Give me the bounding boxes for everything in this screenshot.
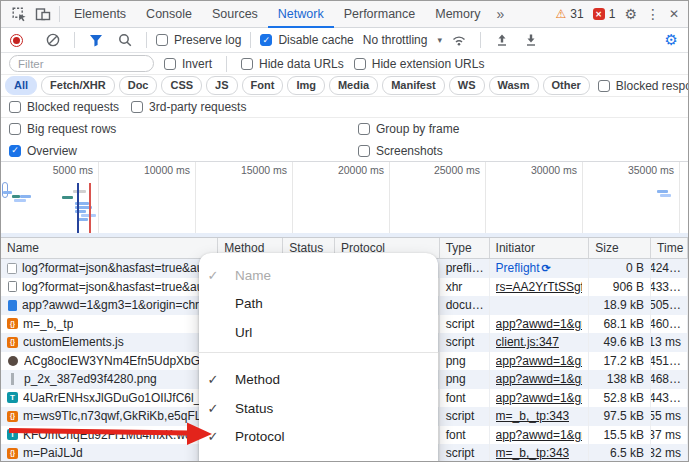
type-filter-wasm[interactable]: Wasm (489, 76, 539, 94)
blocked-requests-checkbox[interactable]: Blocked requests (9, 100, 119, 114)
import-har-icon[interactable] (490, 29, 514, 51)
type-filter-img[interactable]: Img (287, 76, 325, 94)
checkbox-box[interactable] (358, 145, 370, 157)
menu-item-status[interactable]: ✓Status (199, 394, 438, 423)
checkbox-box[interactable] (358, 123, 370, 135)
tab-sources[interactable]: Sources (202, 1, 268, 28)
timeline-gridline (485, 162, 486, 237)
request-name: customElements.js (23, 335, 124, 349)
column-header-name[interactable]: Name (1, 238, 218, 258)
checkbox-box[interactable] (354, 58, 366, 70)
initiator-link[interactable]: m=_b,_tp:343 (496, 409, 570, 423)
tab-network[interactable]: Network (268, 1, 334, 28)
network-overview-timeline[interactable]: 5000 ms10000 ms15000 ms20000 ms25000 ms3… (1, 161, 688, 238)
blocked-response-cookies-checkbox[interactable]: Blocked response cookies (598, 79, 689, 93)
time-cell: 424… (651, 259, 688, 278)
type-filter-media[interactable]: Media (329, 76, 378, 94)
menu-item-scheme[interactable]: Scheme (199, 451, 438, 462)
throttling-select[interactable]: No throttling ▾ (363, 33, 442, 47)
checkbox-box[interactable]: ✓ (9, 145, 21, 157)
network-conditions-icon[interactable] (447, 29, 471, 51)
preflight-link[interactable]: Preflight⟳ (496, 261, 551, 275)
column-header-type[interactable]: Type (440, 238, 490, 258)
initiator-link[interactable]: app?awwd=1&gm3= (496, 372, 583, 386)
overview-checkbox[interactable]: ✓Overview (9, 144, 77, 158)
column-header-initiator[interactable]: Initiator (490, 238, 590, 258)
column-header-time[interactable]: Time (651, 238, 688, 258)
checkbox-box[interactable] (156, 34, 168, 46)
checkbox-label: Preserve log (174, 33, 241, 47)
close-icon[interactable]: ✕ (669, 8, 679, 20)
size-cell: 97.5 kB (589, 407, 651, 426)
device-toolbar-icon[interactable] (31, 3, 55, 25)
checkbox-box[interactable] (9, 101, 21, 113)
checkbox-box[interactable]: ✓ (260, 34, 272, 46)
initiator-link[interactable]: app?awwd=1&gm3= (496, 317, 583, 331)
type-filter-js[interactable]: JS (206, 76, 237, 94)
search-icon[interactable] (113, 29, 137, 51)
checkbox-label: Screenshots (376, 144, 443, 158)
menu-item-url[interactable]: Url (199, 318, 438, 347)
hide-extension-urls-checkbox[interactable]: Hide extension URLs (354, 57, 485, 71)
type-filter-css[interactable]: CSS (161, 76, 202, 94)
file-doc-icon (8, 281, 17, 292)
menu-item-method[interactable]: ✓Method (199, 366, 438, 395)
checkbox-label: Overview (27, 144, 77, 158)
initiator-cell: Preflight⟳ (490, 259, 590, 278)
console-errors-badge[interactable]: ✕ 1 (593, 7, 616, 21)
type-filter-ws[interactable]: WS (449, 76, 485, 94)
disable-cache-checkbox[interactable]: ✓Disable cache (260, 33, 353, 47)
initiator-link[interactable]: rs=AA2YrTtSSgfwX (496, 280, 583, 294)
request-name-cell: {}m=PaiJLJd (1, 444, 218, 462)
column-header-size[interactable]: Size (589, 238, 651, 258)
tab-memory[interactable]: Memory (425, 1, 490, 28)
tab-elements[interactable]: Elements (64, 1, 136, 28)
hide-data-urls-checkbox[interactable]: Hide data URLs (241, 57, 344, 71)
checkbox-box[interactable] (164, 58, 176, 70)
checkbox-box[interactable] (598, 80, 610, 92)
checkbox-label: Blocked requests (27, 100, 119, 114)
type-filter-manifest[interactable]: Manifest (382, 76, 445, 94)
invert-checkbox[interactable]: Invert (164, 57, 212, 71)
more-tabs-icon[interactable]: » (490, 6, 510, 22)
checkbox-label: Blocked response cookies (616, 79, 689, 93)
export-har-icon[interactable] (519, 29, 543, 51)
menu-item-protocol[interactable]: ✓Protocol (199, 423, 438, 452)
clear-network-log-icon[interactable] (41, 29, 65, 51)
checkbox-box[interactable] (9, 123, 21, 135)
kebab-menu-icon[interactable]: ⋮ (646, 7, 660, 21)
initiator-link[interactable]: client.js:347 (496, 335, 559, 349)
checkbox-box[interactable] (131, 101, 143, 113)
type-filter-doc[interactable]: Doc (119, 76, 158, 94)
type-filter-other[interactable]: Other (543, 76, 590, 94)
domcontentloaded-marker (77, 183, 79, 234)
size-cell: 15.5 kB (589, 426, 651, 445)
tab-performance[interactable]: Performance (334, 1, 426, 28)
third-party-requests-checkbox[interactable]: 3rd-party requests (131, 100, 246, 114)
initiator-link[interactable]: app?awwd=1&gm3= (496, 428, 583, 442)
group-by-frame-checkbox[interactable]: Group by frame (358, 122, 459, 136)
settings-gear-icon[interactable]: ⚙ (624, 7, 637, 21)
inspect-element-icon[interactable] (7, 3, 31, 25)
tab-console[interactable]: Console (136, 1, 202, 28)
type-filter-fetch-xhr[interactable]: Fetch/XHR (41, 76, 115, 94)
big-request-rows-checkbox[interactable]: Big request rows (9, 122, 116, 136)
initiator-link[interactable]: app?awwd=1&gm3= (496, 354, 583, 368)
menu-item-path[interactable]: Path (199, 290, 438, 319)
initiator-link[interactable]: m=_b,_tp:343 (496, 446, 570, 460)
type-filter-all[interactable]: All (5, 76, 37, 94)
timeline-tick-label: 30000 ms (531, 164, 577, 176)
initiator-cell: app?awwd=1&gm3= (490, 315, 590, 334)
console-warnings-badge[interactable]: ⚠ 31 (556, 7, 584, 21)
warning-count: 31 (570, 7, 583, 21)
type-filter-font[interactable]: Font (242, 76, 284, 94)
initiator-link[interactable]: app?awwd=1&gm3= (496, 391, 583, 405)
checkbox-box[interactable] (241, 58, 253, 70)
filter-input[interactable] (9, 55, 154, 72)
record-network-log-button[interactable] (10, 34, 23, 47)
preserve-log-checkbox[interactable]: Preserve log (156, 33, 241, 47)
network-settings-gear-icon[interactable]: ⚙ (665, 31, 688, 49)
screenshots-checkbox[interactable]: Screenshots (358, 144, 443, 158)
filter-funnel-icon[interactable] (84, 29, 108, 51)
overview-handle[interactable] (2, 182, 8, 198)
